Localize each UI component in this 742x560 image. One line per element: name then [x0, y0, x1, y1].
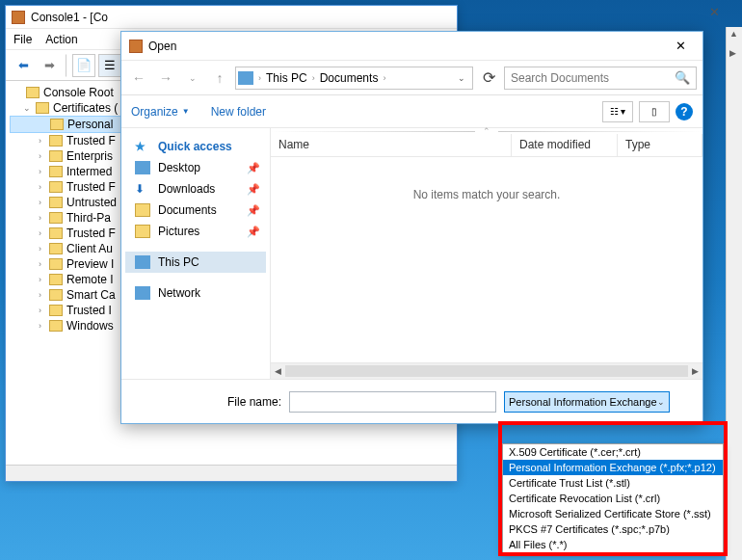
place-network[interactable]: Network [125, 282, 266, 304]
thispc-icon [238, 71, 253, 85]
network-icon [135, 286, 150, 300]
newfolder-button[interactable]: New folder [211, 105, 266, 119]
star-icon: ★ [135, 140, 150, 153]
filetype-option[interactable]: Certificate Trust List (*.stl) [503, 475, 723, 491]
properties-button[interactable]: ☰ [98, 54, 121, 77]
place-documents[interactable]: Documents📌 [125, 200, 266, 221]
preview-pane-button[interactable]: ▯ [639, 101, 670, 122]
chevron-right-icon: › [380, 73, 388, 83]
filename-input[interactable] [289, 391, 496, 413]
nav-history-icon[interactable]: ⌄ [181, 67, 204, 90]
pin-icon: 📌 [247, 162, 260, 174]
pin-icon: 📌 [247, 183, 260, 196]
up-button[interactable]: 📄 [72, 54, 95, 77]
taskview-close-icon[interactable]: ✕ [705, 5, 723, 22]
filetype-dropdown[interactable]: X.509 Certificate (*.cer;*.crt) Personal… [502, 443, 724, 553]
forward-button[interactable]: ➡ [38, 54, 61, 77]
desktop-icon [135, 161, 150, 174]
open-dialog: Open ✕ ← → ⌄ ↑ › This PC › Documents › ⌄… [120, 31, 703, 424]
filetype-option[interactable]: All Files (*.*) [503, 537, 723, 552]
filetype-option[interactable]: PKCS #7 Certificates (*.spc;*.p7b) [503, 521, 723, 537]
chevron-down-icon: ▼ [182, 107, 190, 116]
filelist-horizontal-scrollbar[interactable] [271, 362, 702, 379]
mmc-app-icon [12, 11, 25, 24]
place-desktop[interactable]: Desktop📌 [125, 157, 266, 178]
crumb-documents[interactable]: Documents [320, 71, 379, 85]
open-toolbar: Organize▼ New folder ☷ ▾ ▯ ? [121, 95, 702, 128]
column-headers[interactable]: Name Date modified Type [271, 134, 702, 157]
chevron-right-icon: › [309, 73, 318, 83]
back-button[interactable]: ⬅ [12, 54, 35, 77]
mmc-horizontal-scrollbar[interactable] [6, 465, 457, 481]
search-placeholder: Search Documents [511, 71, 609, 85]
open-dialog-icon [129, 40, 143, 53]
open-navbar: ← → ⌄ ↑ › This PC › Documents › ⌄ ⟳ Sear… [121, 61, 702, 95]
address-dropdown-icon[interactable]: ⌄ [453, 73, 470, 83]
column-resize-handle: ⌃ [271, 128, 702, 134]
help-button[interactable]: ? [676, 103, 693, 120]
open-titlebar[interactable]: Open ✕ [121, 32, 702, 61]
search-icon[interactable]: 🔍 [675, 70, 690, 85]
col-type[interactable]: Type [618, 134, 702, 156]
open-title-text: Open [148, 40, 176, 53]
taskview-scrollbar[interactable] [726, 27, 742, 560]
filename-label: File name: [227, 395, 281, 409]
file-list[interactable]: ⌃ Name Date modified Type No items match… [271, 128, 702, 379]
crumb-thispc[interactable]: This PC [266, 71, 307, 85]
open-footer: File name: Personal Information Exchange… [121, 379, 702, 423]
place-downloads[interactable]: ⬇Downloads📌 [125, 178, 266, 200]
menu-file[interactable]: File [13, 33, 32, 46]
address-bar[interactable]: › This PC › Documents › ⌄ [235, 67, 473, 90]
view-mode-button[interactable]: ☷ ▾ [602, 101, 633, 122]
col-date[interactable]: Date modified [512, 134, 618, 156]
organize-button[interactable]: Organize▼ [131, 105, 190, 119]
filetype-option[interactable]: Microsoft Serialized Certificate Store (… [503, 506, 723, 521]
filetype-selected: Personal Information Exchange [509, 396, 656, 408]
quick-access[interactable]: ★Quick access [125, 136, 266, 157]
nav-up-icon[interactable]: ↑ [208, 67, 231, 90]
search-input[interactable]: Search Documents 🔍 [504, 67, 697, 90]
thispc-icon [135, 255, 150, 269]
empty-message: No items match your search. [271, 157, 702, 362]
mmc-title: Console1 - [Co [31, 11, 108, 24]
places-sidebar[interactable]: ★Quick access Desktop📌 ⬇Downloads📌 Docum… [121, 128, 271, 379]
chevron-right-icon: › [255, 73, 264, 83]
filetype-option[interactable]: X.509 Certificate (*.cer;*.crt) [503, 444, 723, 460]
menu-action[interactable]: Action [45, 33, 77, 46]
place-thispc[interactable]: This PC [125, 252, 266, 273]
documents-icon [135, 203, 150, 217]
pin-icon: 📌 [247, 204, 260, 217]
chevron-down-icon: ⌄ [657, 397, 665, 407]
downloads-icon: ⬇ [135, 182, 150, 196]
pictures-icon [135, 225, 150, 238]
nav-forward-icon[interactable]: → [154, 67, 177, 90]
place-pictures[interactable]: Pictures📌 [125, 221, 266, 242]
nav-back-icon[interactable]: ← [127, 67, 150, 90]
refresh-button[interactable]: ⟳ [477, 68, 500, 87]
col-name[interactable]: Name [271, 134, 512, 156]
filetype-option[interactable]: Certificate Revocation List (*.crl) [503, 491, 723, 506]
filetype-option-selected[interactable]: Personal Information Exchange (*.pfx;*.p… [503, 460, 723, 475]
pin-icon: 📌 [247, 226, 260, 238]
filetype-combo[interactable]: Personal Information Exchange ⌄ [504, 391, 670, 413]
toolbar-separator [66, 54, 67, 77]
close-button[interactable]: ✕ [666, 36, 695, 57]
mmc-titlebar[interactable]: Console1 - [Co [6, 6, 457, 29]
